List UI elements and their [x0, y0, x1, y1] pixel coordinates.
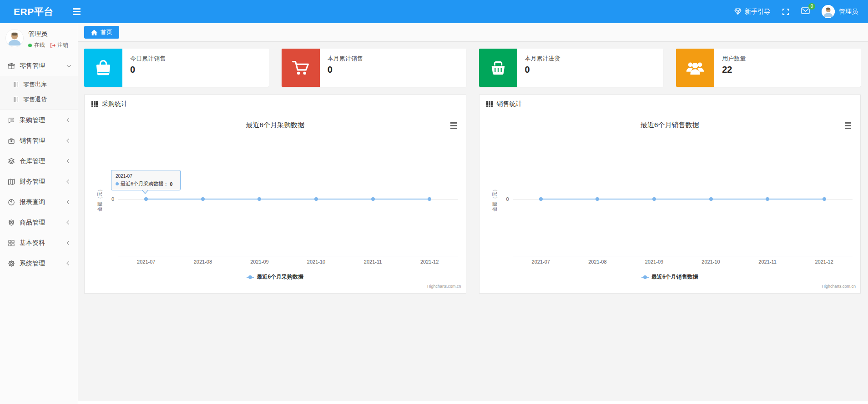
series-dot-icon: [116, 182, 119, 185]
stat-card-user-count: 用户数量 22: [676, 49, 861, 87]
x-tick-label: 2021-09: [626, 259, 683, 264]
online-status-label: 在线: [34, 41, 45, 49]
sidebar-user-name: 管理员: [28, 30, 68, 38]
chevron-left-icon: [67, 200, 71, 204]
messages-button[interactable]: 0: [801, 7, 810, 16]
x-axis-line: [513, 256, 853, 256]
chart-credits: Highcharts.com.cn: [427, 284, 461, 289]
legend-item[interactable]: 最近6个月销售数据: [641, 273, 698, 281]
data-point: [428, 197, 431, 201]
data-point: [314, 197, 318, 201]
map-book-icon: [8, 178, 15, 185]
sidebar-item-retail[interactable]: 零售管理: [0, 55, 78, 76]
shopping-bag-icon: [93, 57, 114, 78]
x-tick-label: 2021-11: [344, 259, 401, 264]
stat-label: 今日累计销售: [130, 55, 166, 63]
sidebar-item-retail-return[interactable]: 零售退货: [0, 92, 78, 107]
logout-button[interactable]: 注销: [50, 41, 68, 49]
x-tick-label: 2021-10: [288, 259, 345, 264]
grid-icon: [8, 239, 15, 247]
chevron-left-icon: [67, 159, 71, 164]
chart-title: 最近6个月采购数据: [85, 121, 466, 130]
stat-value: 0: [328, 65, 363, 75]
sidebar-item-finance[interactable]: 财务管理: [0, 171, 78, 192]
chevron-down-icon: [67, 63, 71, 67]
chart-tooltip: 2021-07 最近6个月采购数据: 0: [111, 170, 181, 190]
sales-chart: 最近6个月销售数据 金额（元） 0 2021-072021-082021-092…: [479, 113, 861, 293]
footer-strip: [78, 401, 868, 404]
top-navbar: ERP平台 新手引导 0 管理员: [0, 0, 868, 23]
x-tick-label: 2021-09: [231, 259, 288, 264]
data-point: [652, 197, 656, 201]
panel-title: 销售统计: [497, 100, 522, 108]
sidebar: 管理员 在线 注销 零售管理 零售出库 零售退货: [0, 23, 78, 404]
data-point: [709, 197, 713, 201]
briefcase-icon: [8, 137, 15, 145]
legend-item[interactable]: 最近6个月采购数据: [247, 273, 303, 281]
layers-icon: [8, 158, 15, 165]
x-tick-label: 2021-07: [118, 259, 175, 264]
stat-label: 用户数量: [722, 55, 746, 63]
users-icon: [685, 57, 706, 78]
chart-menu-icon[interactable]: [843, 121, 853, 130]
journal-icon: [13, 81, 19, 88]
retail-submenu: 零售出库 零售退货: [0, 76, 78, 110]
envelope-icon: [801, 7, 810, 14]
chevron-left-icon: [67, 180, 71, 184]
chart-menu-icon[interactable]: [449, 121, 458, 130]
gift-icon: [8, 62, 15, 70]
data-point: [257, 197, 261, 201]
data-point: [823, 197, 826, 201]
grid-icon: [91, 101, 98, 107]
sidebar-item-purchase[interactable]: 采购管理: [0, 110, 78, 130]
data-point: [371, 197, 375, 201]
x-axis-line: [118, 256, 458, 256]
x-tick-label: 2021-12: [796, 259, 853, 264]
chevron-left-icon: [67, 241, 71, 245]
sidebar-item-retail-outbound[interactable]: 零售出库: [0, 77, 78, 92]
sidebar-user-panel: 管理员 在线 注销: [0, 23, 78, 54]
chart-title: 最近6个月销售数据: [479, 121, 861, 130]
data-point: [766, 197, 769, 201]
purchase-chart: 最近6个月采购数据 金额（元） 0 2021-072021-082021-092…: [85, 113, 466, 293]
x-tick-label: 2021-08: [175, 259, 232, 264]
sidebar-item-reports[interactable]: 报表查询: [0, 192, 78, 212]
avatar: [5, 29, 24, 47]
sidebar-item-basic-data[interactable]: 基本资料: [0, 233, 78, 253]
stat-label: 本月累计销售: [328, 55, 363, 63]
grid-icon: [486, 101, 493, 107]
gear-icon: [8, 260, 15, 267]
chart-panels-row: 采购统计 最近6个月采购数据 金额（元） 0 2021-072021-08202…: [84, 95, 861, 294]
panel-header: 销售统计: [479, 95, 861, 113]
chevron-left-icon: [67, 139, 71, 143]
sidebar-item-sales[interactable]: 销售管理: [0, 130, 78, 151]
sidebar-toggle-icon[interactable]: [73, 8, 81, 15]
purchase-stats-panel: 采购统计 最近6个月采购数据 金额（元） 0 2021-072021-08202…: [84, 95, 466, 294]
online-status-dot: [28, 44, 32, 47]
x-tick-label: 2021-10: [682, 259, 739, 264]
stat-card-today-sales: 今日累计销售 0: [84, 49, 269, 87]
panel-title: 采购统计: [102, 100, 127, 108]
box-icon: [8, 219, 15, 226]
main-area: 首页 今日累计销售 0 本月累计销售 0: [78, 23, 868, 404]
user-name: 管理员: [839, 8, 858, 16]
stat-card-month-sales: 本月累计销售 0: [282, 49, 466, 87]
tab-home[interactable]: 首页: [84, 26, 119, 39]
stat-value: 22: [722, 65, 746, 75]
chevron-left-icon: [67, 261, 71, 266]
sidebar-item-system[interactable]: 系统管理: [0, 253, 78, 274]
stat-value: 0: [130, 65, 166, 75]
guide-button[interactable]: 新手引导: [734, 8, 770, 16]
stat-label: 本月累计进货: [525, 55, 560, 63]
avatar: [822, 5, 835, 18]
legend-marker-icon: [247, 275, 254, 279]
x-axis-labels: 2021-072021-082021-092021-102021-112021-…: [513, 259, 853, 264]
stat-value: 0: [525, 65, 560, 75]
sidebar-item-goods[interactable]: 商品管理: [0, 212, 78, 233]
user-menu[interactable]: 管理员: [822, 5, 858, 18]
sidebar-item-warehouse[interactable]: 仓库管理: [0, 151, 78, 171]
fullscreen-icon[interactable]: [782, 8, 789, 15]
home-icon: [91, 30, 97, 35]
chevron-left-icon: [67, 220, 71, 225]
stat-card-month-purchase: 本月累计进货 0: [479, 49, 664, 87]
